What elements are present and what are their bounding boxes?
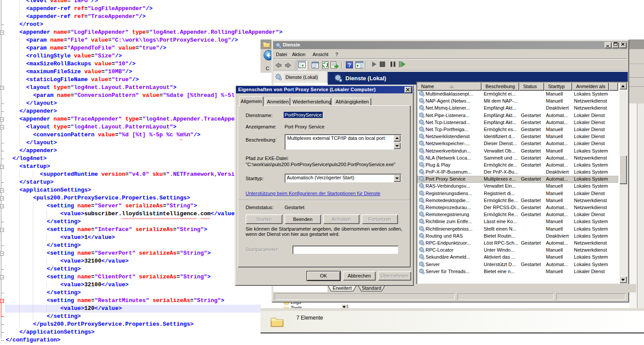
svg-text:?: ? — [348, 62, 351, 68]
